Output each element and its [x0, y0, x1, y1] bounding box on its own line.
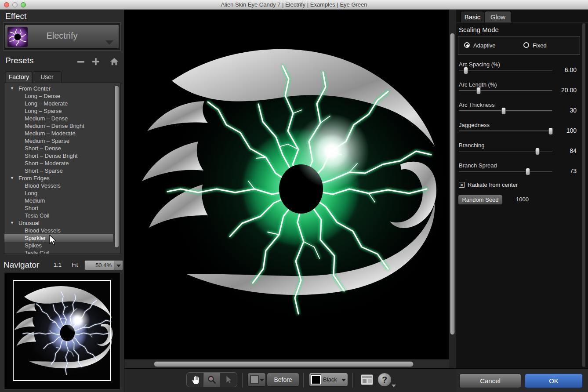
preview-canvas[interactable] — [124, 10, 449, 359]
slider-thumb[interactable] — [501, 107, 506, 115]
canvas-vscrollbar[interactable] — [449, 10, 456, 368]
preset-label: Long — [25, 190, 37, 196]
preset-label: Medium — [25, 197, 45, 204]
preset-list-scrollbar[interactable] — [114, 85, 119, 248]
slider-value: 84 — [570, 147, 577, 154]
slider-row: Arc Spacing (%)6.00 — [456, 61, 588, 81]
preset-item-row[interactable]: Tesla Coil — [4, 249, 120, 254]
slider-stack: Arc Spacing (%)6.00Arc Length (%)20.00Ar… — [456, 61, 588, 182]
preset-item-row[interactable]: Medium – Sparse — [4, 137, 120, 145]
preset-item-row[interactable]: Blood Vessels — [4, 227, 120, 234]
preset-item-row[interactable]: Spikes — [4, 242, 120, 249]
preset-label: Short – Dense Bright — [25, 152, 78, 159]
slider-thumb[interactable] — [476, 87, 481, 94]
preset-label: Short – Dense — [25, 145, 61, 152]
preset-item-row[interactable]: Medium — [4, 197, 120, 204]
checkbox-label: Radiate from center — [468, 181, 518, 188]
background-color-button[interactable]: Black — [309, 373, 348, 387]
panel-toggle-button[interactable] — [361, 374, 373, 385]
app-window: Alien Skin Eye Candy 7 | Electrify | Exa… — [0, 0, 588, 392]
navigator-viewport-rect[interactable] — [13, 280, 111, 381]
tab-basic[interactable]: Basic — [461, 11, 484, 22]
zoom-fit-button[interactable]: Fit — [72, 261, 78, 268]
navigator-heading: Navigator — [4, 260, 39, 270]
home-preset-button[interactable] — [109, 57, 119, 66]
preset-group-row[interactable]: ▼From Center — [4, 85, 120, 92]
hscroll-thumb[interactable] — [154, 361, 414, 367]
pointer-tool-button[interactable] — [220, 373, 237, 387]
scaling-mode-group: Adaptive Fixed — [458, 36, 580, 55]
preset-item-row[interactable]: Short – Dense — [4, 145, 120, 152]
preset-label: Medium – Dense — [25, 115, 68, 122]
before-button[interactable]: Before — [267, 373, 299, 387]
radio-label: Fixed — [533, 42, 547, 49]
slider-row: Arc Length (%)20.00 — [456, 81, 588, 101]
effect-picker-button[interactable]: Electrify — [5, 24, 119, 49]
slider-track[interactable] — [458, 150, 553, 152]
preset-group-row[interactable]: ▼Unusual — [4, 219, 120, 227]
preset-item-row[interactable]: Short — [4, 204, 120, 212]
slider-track[interactable] — [458, 69, 553, 72]
tab-user[interactable]: User — [33, 71, 62, 83]
preset-item-row[interactable]: Long — [4, 189, 120, 197]
canvas-hscrollbar[interactable] — [124, 359, 449, 368]
tab-glow[interactable]: Glow — [485, 11, 511, 22]
preset-label: Short – Moderate — [25, 160, 69, 167]
preset-label: Long – Sparse — [25, 108, 62, 114]
slider-thumb[interactable] — [463, 67, 468, 74]
hand-tool-button[interactable] — [187, 373, 203, 387]
slider-track[interactable] — [458, 110, 553, 112]
preset-label: Tesla Coil — [25, 212, 49, 219]
preset-item-row[interactable]: Long – Moderate — [4, 100, 120, 107]
preset-item-row[interactable]: Medium – Dense — [4, 115, 120, 122]
preset-label: Long – Dense — [25, 93, 60, 99]
checkbox-icon: ✕ — [459, 182, 465, 188]
preset-item-row[interactable]: Medium – Moderate — [4, 130, 120, 137]
radio-icon — [523, 42, 529, 48]
random-seed-button[interactable]: Random Seed — [458, 195, 503, 205]
view-mode-button[interactable] — [247, 373, 266, 387]
preset-label: Medium – Sparse — [25, 138, 69, 144]
preset-label: From Edges — [18, 175, 50, 181]
preset-item-row[interactable]: Long – Dense — [4, 92, 120, 100]
black-color-swatch — [311, 375, 321, 385]
left-panel: Effect — [0, 10, 124, 392]
remove-preset-button[interactable] — [76, 57, 86, 66]
vscroll-thumb[interactable] — [450, 33, 455, 335]
help-button[interactable]: ? — [377, 373, 392, 387]
slider-track[interactable] — [458, 130, 553, 132]
zoom-level-dropdown[interactable]: 50.4% — [84, 260, 123, 270]
preset-item-row[interactable]: Sparkler — [4, 234, 113, 242]
slider-thumb[interactable] — [535, 148, 540, 155]
slider-label: Branch Spread — [459, 162, 497, 169]
slider-thumb[interactable] — [548, 127, 553, 135]
preset-item-row[interactable]: Medium – Dense Bright — [4, 122, 120, 130]
slider-track[interactable] — [458, 90, 553, 92]
plus-icon — [91, 57, 101, 66]
preset-item-row[interactable]: Tesla Coil — [4, 212, 120, 219]
slider-value: 30 — [570, 107, 577, 114]
tab-factory[interactable]: Factory — [6, 71, 32, 83]
preset-item-row[interactable]: Short – Sparse — [4, 167, 120, 174]
preset-item-row[interactable]: Short – Dense Bright — [4, 152, 120, 160]
preset-item-row[interactable]: Long – Sparse — [4, 107, 120, 115]
preset-label: Long – Moderate — [25, 100, 68, 107]
preset-item-row[interactable]: Short – Moderate — [4, 160, 120, 167]
help-menu-arrow-icon[interactable] — [392, 385, 396, 387]
add-preset-button[interactable] — [91, 57, 101, 66]
zoom-1to1-button[interactable]: 1:1 — [54, 261, 62, 268]
slider-track[interactable] — [458, 171, 553, 173]
settings-scrollbar[interactable] — [582, 23, 585, 367]
ok-button[interactable]: OK — [525, 374, 583, 388]
slider-thumb[interactable] — [525, 168, 530, 175]
cancel-button[interactable]: Cancel — [459, 374, 521, 388]
view-swatch-icon — [250, 375, 259, 384]
zoom-tool-button[interactable] — [203, 373, 220, 387]
preset-group-row[interactable]: ▼From Edges — [4, 174, 120, 182]
footer: Cancel OK — [456, 368, 588, 392]
scaling-mode-heading: Scaling Mode — [459, 26, 499, 33]
tool-group — [186, 372, 237, 387]
toolbar-separator — [242, 373, 243, 388]
preset-item-row[interactable]: Blood Vessels — [4, 182, 120, 189]
slider-label: Branching — [459, 142, 485, 149]
